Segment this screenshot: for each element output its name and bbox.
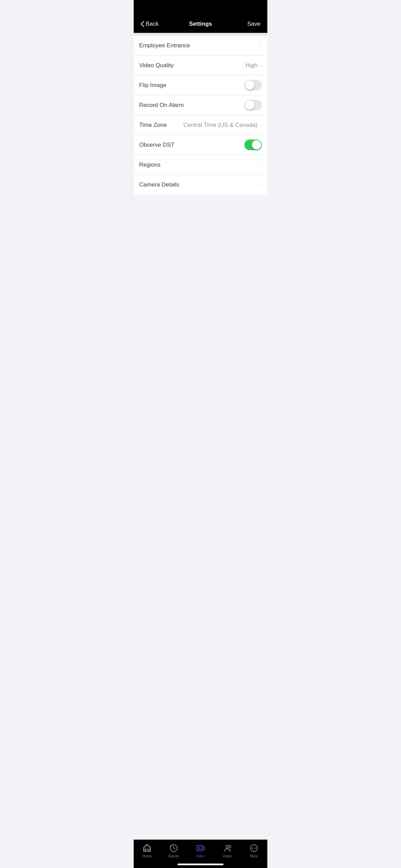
regions-row[interactable]: Regions › [134, 155, 267, 175]
record-on-alarm-label: Record On Alarm [139, 102, 184, 109]
video-quality-value: High [245, 62, 257, 69]
observe-dst-slider [244, 140, 262, 150]
settings-list: Employee Entrance › Video Quality High ›… [134, 36, 267, 195]
back-label: Back [146, 21, 159, 27]
time-zone-right: Central Time (US & Canada) › [183, 122, 262, 129]
regions-label: Regions [139, 161, 160, 168]
employee-entrance-label: Employee Entrance [139, 42, 190, 49]
employee-entrance-row[interactable]: Employee Entrance › [134, 36, 267, 56]
navigation-bar: Back Settings Save [134, 15, 267, 33]
video-quality-label: Video Quality [139, 62, 174, 69]
time-zone-label: Time Zone [139, 122, 167, 129]
save-button[interactable]: Save [247, 21, 260, 27]
time-zone-row[interactable]: Time Zone Central Time (US & Canada) › [134, 115, 267, 135]
video-quality-row[interactable]: Video Quality High › [134, 56, 267, 75]
observe-dst-label: Observe DST [139, 142, 174, 148]
flip-image-label: Flip Image [139, 82, 166, 89]
camera-details-label: Camera Details [139, 181, 179, 188]
chevron-right-icon: › [260, 162, 262, 168]
record-on-alarm-row: Record On Alarm [134, 95, 267, 115]
chevron-right-icon: › [260, 43, 262, 48]
back-button[interactable]: Back [141, 21, 159, 27]
record-on-alarm-slider [244, 100, 262, 110]
chevron-right-icon: › [260, 122, 262, 128]
flip-image-toggle[interactable] [244, 80, 262, 91]
observe-dst-row: Observe DST [134, 135, 267, 155]
employee-entrance-right: › [259, 43, 262, 48]
empty-area [134, 195, 267, 332]
observe-dst-toggle[interactable] [244, 140, 262, 150]
camera-details-right: › [259, 182, 262, 188]
flip-image-row: Flip Image [134, 75, 267, 95]
record-on-alarm-toggle[interactable] [244, 100, 262, 110]
flip-image-slider [244, 80, 262, 91]
camera-details-row[interactable]: Camera Details › [134, 175, 267, 195]
page-title: Settings [189, 21, 212, 27]
regions-right: › [259, 162, 262, 168]
video-quality-right: High › [245, 62, 262, 69]
nav-separator [134, 33, 267, 36]
chevron-right-icon: › [260, 63, 262, 68]
status-bar [134, 0, 267, 15]
chevron-right-icon: › [260, 182, 262, 188]
time-zone-value: Central Time (US & Canada) [183, 122, 257, 129]
